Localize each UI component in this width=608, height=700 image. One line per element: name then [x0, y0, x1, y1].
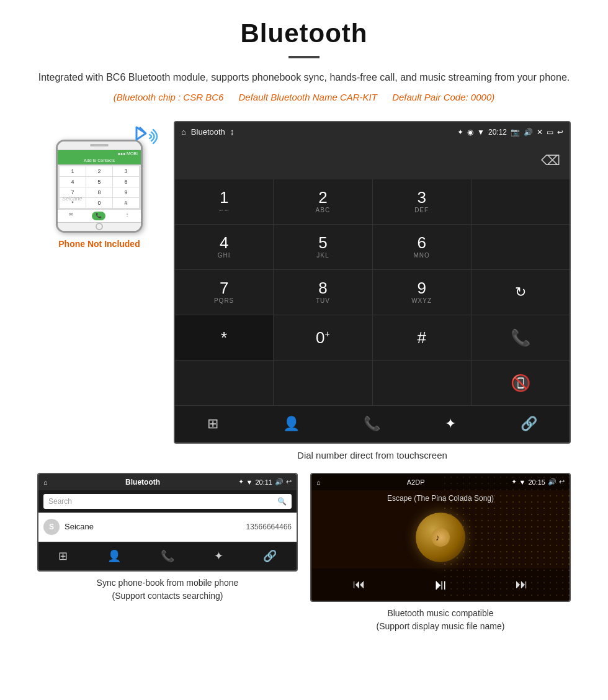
music-back-icon[interactable]: ↩	[559, 478, 565, 486]
phone-key-2[interactable]: 2	[86, 166, 112, 176]
dial-key-empty-1	[472, 179, 570, 224]
music-status-bar: ⌂ A2DP ✦ ▼ 20:15 🔊 ↩	[311, 474, 570, 490]
page-description: Integrated with BC6 Bluetooth module, su…	[37, 70, 571, 86]
dial-key-end-call[interactable]: 📵	[472, 361, 570, 405]
music-volume-icon[interactable]: 🔊	[548, 478, 557, 486]
pb-contact-seicane[interactable]: S Seicane 13566664466	[38, 513, 297, 542]
phone-key-hash[interactable]: #	[113, 198, 139, 208]
phone-key-6[interactable]: 6	[113, 177, 139, 187]
music-home-icon[interactable]: ⌂	[316, 478, 321, 486]
page-specs: (Bluetooth chip : CSR BC6 Default Blueto…	[37, 92, 571, 102]
dial-android-screen: ⌂ Bluetooth ↨ ✦ ◉ ▼ 20:12 📷 🔊 ✕ ▭ ↩	[174, 121, 571, 444]
dial-key-9[interactable]: 9 WXYZ	[373, 270, 471, 315]
spec-code: Default Pair Code: 0000)	[392, 92, 494, 102]
dial-key-6[interactable]: 6 MNO	[373, 225, 471, 269]
spec-chip: (Bluetooth chip : CSR BC6	[114, 92, 224, 102]
phone-key-0[interactable]: 0	[86, 198, 112, 208]
pb-link-icon[interactable]: 🔗	[263, 549, 277, 563]
phone-key-9[interactable]: 9	[113, 187, 139, 197]
phonebook-screen: ⌂ Bluetooth ✦ ▼ 20:11 🔊 ↩ Search 🔍	[37, 473, 298, 572]
phone-app-title: Add to Contacts	[58, 157, 141, 164]
phone-key-1[interactable]: 1	[60, 166, 86, 176]
dial-key-refresh[interactable]: ↻	[472, 270, 570, 315]
status-left: ⌂ Bluetooth ↨	[181, 127, 234, 137]
pb-back-icon[interactable]: ↩	[286, 478, 292, 486]
dial-key-0[interactable]: 0+	[274, 315, 372, 360]
camera-icon[interactable]: 📷	[511, 128, 520, 137]
phone-side: ●●● MOBI Add to Contacts 1 2 3 4 5 6 7 8…	[37, 121, 161, 249]
pb-contact-list: S Seicane 13566664466	[38, 513, 297, 542]
dial-key-7[interactable]: 7 PQRS	[175, 270, 273, 315]
dial-key-hash[interactable]: #	[373, 315, 471, 360]
music-shot: ⌂ A2DP ✦ ▼ 20:15 🔊 ↩ Escape (The Pina Co…	[310, 473, 571, 633]
phone-key-5[interactable]: 5	[86, 177, 112, 187]
home-icon[interactable]: ⌂	[181, 127, 186, 137]
prev-button[interactable]: ⏮	[353, 577, 365, 591]
bottom-link-icon[interactable]: 🔗	[521, 416, 537, 432]
music-time: 20:15	[528, 478, 545, 486]
backspace-button[interactable]: ⌫	[541, 153, 560, 169]
phone-icon-more: ⋮	[125, 212, 130, 220]
dial-key-5[interactable]: 5 JKL	[274, 225, 372, 269]
pb-home-icon[interactable]: ⌂	[43, 478, 48, 486]
page-header: Bluetooth Integrated with BC6 Bluetooth …	[0, 0, 608, 115]
window-icon[interactable]: ▭	[547, 128, 553, 137]
music-bt-icon: ✦	[511, 478, 517, 486]
pb-bt-icon: ✦	[238, 478, 244, 486]
pb-signal-icon: ▼	[246, 478, 253, 486]
close-icon[interactable]: ✕	[537, 128, 543, 137]
dial-key-1[interactable]: 1 ∽∽	[175, 179, 273, 224]
phone-home-button[interactable]	[96, 223, 103, 230]
phonebook-caption-line2: (Support contacts searching)	[40, 590, 295, 603]
pb-search-bar: Search 🔍	[38, 490, 297, 513]
music-caption-line1: Bluetooth music compatible	[313, 607, 568, 620]
contact-number: 13566664466	[246, 523, 292, 531]
dial-key-empty-4	[274, 361, 372, 405]
phone-call-btn[interactable]: 📞	[92, 212, 105, 220]
phone-not-included-label: Phone Not Included	[58, 239, 140, 249]
volume-icon[interactable]: 🔊	[524, 128, 533, 137]
pb-search-input[interactable]: Search 🔍	[43, 494, 292, 509]
play-pause-button[interactable]: ⏯	[433, 576, 448, 593]
pb-person-icon[interactable]: 👤	[107, 549, 121, 563]
pb-volume-icon[interactable]: 🔊	[275, 478, 284, 486]
pb-title: Bluetooth	[125, 478, 160, 487]
bottom-person-icon[interactable]: 👤	[283, 416, 300, 432]
bluetooth-waves-icon	[127, 121, 161, 156]
back-icon[interactable]: ↩	[557, 128, 563, 137]
phone-bottom-row: ✉ 📞 ⋮	[58, 210, 141, 222]
phonebook-shot: ⌂ Bluetooth ✦ ▼ 20:11 🔊 ↩ Search 🔍	[37, 473, 298, 633]
dial-key-8[interactable]: 8 TUV	[274, 270, 372, 315]
pb-bt-bottom-icon[interactable]: ✦	[214, 549, 223, 563]
phone-key-8[interactable]: 8	[86, 187, 112, 197]
music-album-art: ♪	[311, 506, 570, 568]
page-title: Bluetooth	[37, 19, 571, 48]
bottom-grid-icon[interactable]: ⊞	[207, 416, 218, 432]
pb-status-bar: ⌂ Bluetooth ✦ ▼ 20:11 🔊 ↩	[38, 474, 297, 490]
pb-grid-icon[interactable]: ⊞	[58, 549, 68, 563]
dial-key-empty-3	[175, 361, 273, 405]
next-button[interactable]: ⏭	[516, 577, 528, 591]
svg-text:♪: ♪	[436, 532, 440, 542]
dial-key-4[interactable]: 4 GHI	[175, 225, 273, 269]
search-icon: 🔍	[277, 497, 287, 506]
phonebook-caption-line1: Sync phone-book from mobile phone	[40, 577, 295, 590]
dial-key-3[interactable]: 3 DEF	[373, 179, 471, 224]
pb-bottom-bar: ⊞ 👤 📞 ✦ 🔗	[38, 542, 297, 570]
dial-key-call[interactable]: 📞	[472, 315, 570, 360]
watermark: Seicane	[62, 195, 83, 202]
pb-phone-icon[interactable]: 📞	[161, 549, 174, 563]
dial-grid: 1 ∽∽ 2 ABC 3 DEF 4 GHI	[175, 179, 570, 405]
contact-name: Seicane	[65, 522, 246, 531]
bottom-bluetooth-icon[interactable]: ✦	[445, 416, 456, 432]
pb-search-placeholder: Search	[48, 497, 72, 506]
dial-key-2[interactable]: 2 ABC	[274, 179, 372, 224]
phone-key-3[interactable]: 3	[113, 166, 139, 176]
phone-speaker	[90, 144, 109, 146]
music-signal-icon: ▼	[519, 478, 526, 486]
music-status-right: ✦ ▼ 20:15 🔊 ↩	[511, 478, 565, 486]
bottom-phone-icon[interactable]: 📞	[364, 416, 380, 432]
dial-key-star[interactable]: *	[175, 315, 273, 360]
phone-key-4[interactable]: 4	[60, 177, 86, 187]
pb-time: 20:11	[255, 478, 272, 486]
